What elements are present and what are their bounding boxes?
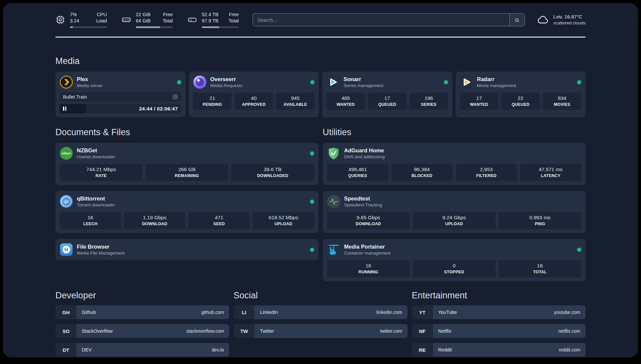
bookmark-youtube[interactable]: YT YouTube youtube.com [412,305,586,319]
bookmark-name: Twitter [260,328,274,334]
stat-value: 22 [503,95,538,101]
media-section-title: Media [55,56,586,66]
cloud-icon [537,14,549,26]
cpu-labels: CPU Load [96,12,107,24]
stat-downloaded: 39.6 TB DOWNLOADED [231,164,314,181]
app-name: qBittorrent [77,195,115,202]
stat-total: 16 TOTAL [499,260,581,277]
ram-stat: 22 GiB 64 GiB Free Total [121,12,173,28]
disk-icon [187,15,197,25]
plex-card[interactable]: Plex Media server Bullet Train [55,72,186,117]
playback-time: 24:44 / 02:06:47 [139,104,178,113]
stat-value: 16 [500,262,580,269]
stat-download: 1.19 Gbps DOWNLOAD [124,212,185,229]
free-label: Free [229,12,239,18]
bookmark-reddit[interactable]: RE Reddit reddit.com [412,343,586,357]
ram-progress-fill [136,26,160,28]
ram-values: 22 GiB 64 GiB [136,12,150,24]
app-desc: Usenet downloader [77,154,115,160]
sonarr-card[interactable]: Sonarr Series management 485 WANTED 17 Q… [322,72,452,117]
app-desc: Media server [77,83,103,89]
bookmark-netflix[interactable]: NF Netflix netflix.com [412,324,586,338]
pause-icon[interactable] [63,106,66,111]
stat-approved: 40 APPROVED [234,93,273,110]
bookmark-name: YouTube [438,310,457,315]
bookmark-twitter[interactable]: TW Twitter twitter.com [233,324,407,338]
stat-value: 17 [369,95,405,101]
stat-value: 0 [414,262,494,269]
stat-label: LATENCY [521,173,580,178]
search-bar[interactable]: G [253,13,525,26]
bookmark-linkedin[interactable]: LI LinkedIn linkedin.com [233,305,407,319]
stat-value: 498,461 [328,166,387,172]
stat-label: TOTAL [500,269,580,275]
stat-seed: 471 SEED [188,212,250,229]
stat-running: 16 RUNNING [327,260,410,277]
search-engine-button[interactable]: G [509,14,525,26]
playback-progress-bar[interactable]: 24:44 / 02:06:47 [60,104,181,113]
stat-label: QUERIES [328,173,387,178]
portainer-card[interactable]: Media Portainer Container management 16 … [323,239,586,281]
bookmark-name: Reddit [438,347,452,352]
app-desc: Media Requests [210,83,243,89]
filebrowser-card[interactable]: File Browser Media File Management [55,239,319,260]
ram-total-value: 64 GiB [136,18,150,24]
bookmark-url: reddit.com [559,347,580,352]
stat-upload: 618.52 Mbps UPLOAD [253,212,314,229]
overseerr-card[interactable]: Overseerr Media Requests 21 PENDING 40 A… [189,72,319,117]
stat-wanted: 485 WANTED [326,93,365,110]
ram-labels: Free Total [163,12,173,24]
stat-filtered: 2,953 FILTERED [456,164,517,181]
search-input[interactable] [253,17,509,23]
disk-values: 52.4 TB 97.9 TB [202,12,219,24]
app-name: File Browser [77,243,125,250]
bookmark-url: stackoverflow.com [186,328,224,334]
bookmark-abbr: DT [55,343,76,357]
qbittorrent-icon: qb [60,195,73,208]
cpu-load-value: 3.24 [70,18,79,24]
app-desc: Media File Management [77,250,125,256]
stat-value: 47.571 ms [521,166,580,172]
stat-label: RUNNING [328,269,409,275]
speedtest-card[interactable]: Speedtest Speedtest Tracking 9.65 Gbps D… [323,191,586,233]
ram-progress-bar [136,26,173,28]
bookmark-name: StackOverflow [82,328,112,334]
stat-value: 9.65 Gbps [328,214,409,221]
app-name: NZBGet [77,147,115,154]
app-desc: Torrent downloader [77,202,115,208]
nzbget-icon: nzbget [60,147,73,160]
social-section-title: Social [233,290,407,301]
adguard-card[interactable]: AdGuard Home DNS and adblocking 498,461 … [323,143,586,185]
stat-stopped: 0 STOPPED [413,260,496,277]
stat-value: 39.6 TB [232,166,313,172]
cpu-stat: 7% 3.24 CPU Load [55,12,107,28]
bookmark-name: LinkedIn [260,310,278,315]
bookmark-stackoverflow[interactable]: SO StackOverflow stackoverflow.com [55,324,229,338]
top-bar: 7% 3.24 CPU Load [55,12,586,28]
bookmark-github[interactable]: GH Github github.com [55,305,229,319]
stat-series: 196 SERIES [410,93,448,110]
qbittorrent-card[interactable]: qb qBittorrent Torrent downloader 16 [55,191,319,233]
utilities-section-title: Utilities [323,127,586,137]
status-dot [577,248,581,252]
weather-condition: scattered clouds [553,20,586,26]
bookmark-dev[interactable]: DT DEV dev.to [55,343,229,357]
stat-label: DOWNLOAD [328,221,409,227]
nzbget-card[interactable]: nzbget NZBGet Usenet downloader 744.21 M… [55,143,319,185]
disk-free-value: 52.4 TB [202,12,219,18]
disk-progress-bar [202,26,239,28]
free-label: Free [163,12,173,18]
bookmark-abbr: LI [233,305,255,319]
load-label: Load [96,18,107,24]
stat-blocked: 86,384 BLOCKED [391,164,453,181]
stat-label: REMAINING [147,173,227,178]
stat-rate: 744.21 Mbps RATE [60,164,142,181]
stat-value: 834 [544,95,580,101]
radarr-card[interactable]: Radarr Movie management 17 WANTED 22 QUE… [456,72,586,117]
bookmark-abbr: TW [233,324,255,338]
stat-value: 16 [61,214,120,221]
plex-icon [60,76,73,89]
app-name: Sonarr [344,76,383,83]
bookmark-url: linkedin.com [377,310,402,315]
documents-section-title: Documents & Files [55,127,319,137]
